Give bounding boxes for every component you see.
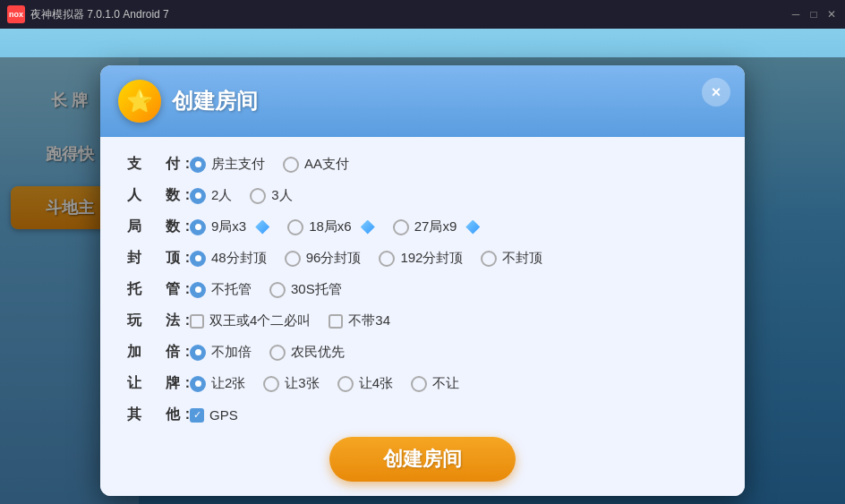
label-no-auto: 不托管 [211,281,252,298]
label-auto: 托 管: [127,280,190,299]
radio-no-double[interactable] [190,345,206,361]
row-double: 加 倍: 不加倍 农民优先 [127,343,718,362]
option-host-pay[interactable]: 房主支付 [190,156,265,173]
dialog-header: ⭐ 创建房间 × [100,65,745,137]
label-cap: 封 顶: [127,249,190,268]
label-other: 其 他: [127,406,190,424]
radio-no-give[interactable] [411,376,427,392]
option-192cap[interactable]: 192分封顶 [379,250,463,267]
radio-give3[interactable] [263,376,279,392]
option-no-34[interactable]: 不带34 [329,312,390,329]
row-players: 人 数: 2人 3人 [127,186,718,205]
maximize-button[interactable]: □ [807,8,820,21]
close-button[interactable]: ✕ [825,8,838,21]
option-18rounds[interactable]: 18局x6 [287,218,375,235]
option-give3[interactable]: 让3张 [263,375,319,392]
option-must-call[interactable]: 双王或4个二必叫 [190,312,311,329]
label-2players: 2人 [211,187,232,204]
dialog-overlay: ⭐ 创建房间 × 支 付: 房主支付 AA支付 [0,57,845,504]
radio-96cap[interactable] [285,251,301,267]
options-auto: 不托管 30S托管 [190,281,342,298]
option-no-give[interactable]: 不让 [411,375,459,392]
label-27rounds: 27局x9 [414,218,457,235]
option-farmer-first[interactable]: 农民优先 [269,344,345,361]
row-givecard: 让 牌: 让2张 让3张 让4张 [127,374,718,393]
option-give2[interactable]: 让2张 [190,375,245,392]
label-96cap: 96分封顶 [306,250,362,267]
checkbox-gps[interactable] [190,408,204,423]
dialog-close-button[interactable]: × [702,78,730,107]
option-3players[interactable]: 3人 [250,187,292,204]
label-nocap: 不封顶 [502,250,542,267]
row-rounds: 局 数: 9局x3 18局x6 [127,218,718,236]
label-give2: 让2张 [211,375,245,392]
label-30s-auto: 30S托管 [291,281,342,298]
option-nocap[interactable]: 不封顶 [481,250,542,267]
create-room-button[interactable]: 创建房间 [329,437,516,482]
option-gps[interactable]: GPS [190,407,238,423]
radio-48cap[interactable] [190,251,206,267]
row-gameplay: 玩 法: 双王或4个二必叫 不带34 [127,312,718,330]
diamond-icon-3 [465,220,480,235]
radio-give4[interactable] [337,376,354,392]
option-aa-pay[interactable]: AA支付 [283,156,349,173]
options-double: 不加倍 农民优先 [190,344,345,361]
label-give4: 让4张 [359,375,393,392]
options-rounds: 9局x3 18局x6 27局x9 [190,218,480,235]
diamond-icon-2 [361,220,375,235]
create-room-dialog: ⭐ 创建房间 × 支 付: 房主支付 AA支付 [100,65,745,496]
label-players: 人 数: [127,186,190,205]
radio-nocap[interactable] [481,251,497,267]
option-96cap[interactable]: 96分封顶 [285,250,362,267]
minimize-button[interactable]: ─ [790,8,802,21]
options-players: 2人 3人 [190,187,293,204]
row-other: 其 他: GPS [127,406,718,424]
options-cap: 48分封顶 96分封顶 192分封顶 不封顶 [190,250,542,267]
title-bar: nox 夜神模拟器 7.0.1.0 Android 7 ─ □ ✕ [0,0,845,29]
label-no-34: 不带34 [348,312,390,329]
options-givecard: 让2张 让3张 让4张 不让 [190,375,459,392]
radio-aa-pay[interactable] [283,157,299,173]
dialog-title: 创建房间 [172,87,258,115]
dialog-body: 支 付: 房主支付 AA支付 人 数: [100,137,745,496]
radio-30s-auto[interactable] [269,282,286,298]
label-3players: 3人 [271,187,292,204]
title-bar-controls: ─ □ ✕ [790,8,838,21]
label-gameplay: 玩 法: [127,312,190,330]
label-farmer-first: 农民优先 [291,344,345,361]
option-2players[interactable]: 2人 [190,187,232,204]
option-give4[interactable]: 让4张 [337,375,393,392]
radio-3players[interactable] [250,188,266,204]
radio-27rounds[interactable] [393,219,409,235]
label-rounds: 局 数: [127,218,190,236]
radio-18rounds[interactable] [287,219,303,235]
radio-2players[interactable] [190,188,206,204]
label-double: 加 倍: [127,343,190,362]
app-logo: nox [7,5,25,23]
row-payment: 支 付: 房主支付 AA支付 [127,155,718,174]
radio-host-pay[interactable] [190,157,206,173]
radio-192cap[interactable] [379,251,395,267]
label-payment: 支 付: [127,155,190,174]
label-192cap: 192分封顶 [400,250,463,267]
radio-farmer-first[interactable] [269,345,286,361]
label-no-give: 不让 [432,375,459,392]
option-30s-auto[interactable]: 30S托管 [269,281,342,298]
option-48cap[interactable]: 48分封顶 [190,250,267,267]
checkbox-must-call[interactable] [190,314,204,329]
label-host-pay: 房主支付 [211,156,265,173]
option-no-auto[interactable]: 不托管 [190,281,252,298]
options-payment: 房主支付 AA支付 [190,156,349,173]
option-9rounds[interactable]: 9局x3 [190,218,269,235]
label-gps: GPS [209,407,238,423]
options-gameplay: 双王或4个二必叫 不带34 [190,312,390,329]
radio-9rounds[interactable] [190,219,206,235]
option-no-double[interactable]: 不加倍 [190,344,252,361]
label-givecard: 让 牌: [127,374,190,393]
radio-no-auto[interactable] [190,282,206,298]
radio-give2[interactable] [190,376,206,392]
checkbox-no-34[interactable] [329,314,343,329]
option-27rounds[interactable]: 27局x9 [393,218,481,235]
label-no-double: 不加倍 [211,344,252,361]
game-background: 长 牌跑得快斗地主 ⭐ 创建房间 × 支 付: 房主支付 [0,29,845,504]
